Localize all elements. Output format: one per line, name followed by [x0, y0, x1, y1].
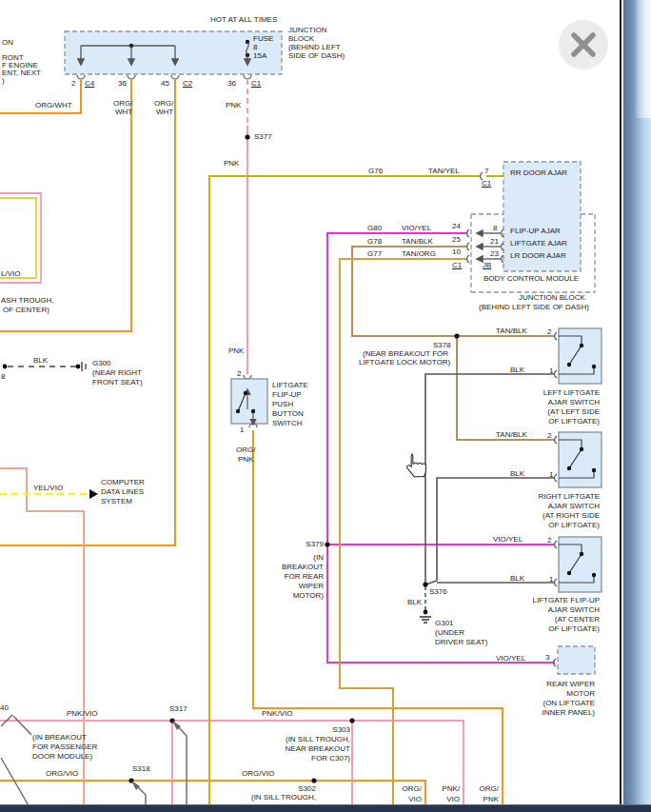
liftgate-flip-up-ajar-switch-box	[555, 537, 602, 592]
left-liftgate-ajar-switch-box	[555, 328, 602, 384]
scrollbar-thumb[interactable]	[636, 0, 651, 118]
wiring-schematic-svg	[0, 0, 651, 812]
bottom-bar	[0, 804, 651, 812]
close-button[interactable]	[559, 20, 608, 69]
rear-wiper-motor-box	[554, 646, 595, 674]
vertical-scrollbar[interactable]	[623, 0, 651, 812]
push-button-switch-box	[231, 375, 267, 427]
right-liftgate-ajar-switch-box	[555, 432, 602, 487]
junction-block-box	[65, 31, 282, 79]
diagram-viewer: ONRONTF ENGINEENT, NEXT)HOT AT ALL TIMES…	[0, 0, 651, 812]
page-border	[620, 0, 621, 812]
close-icon	[559, 20, 608, 69]
